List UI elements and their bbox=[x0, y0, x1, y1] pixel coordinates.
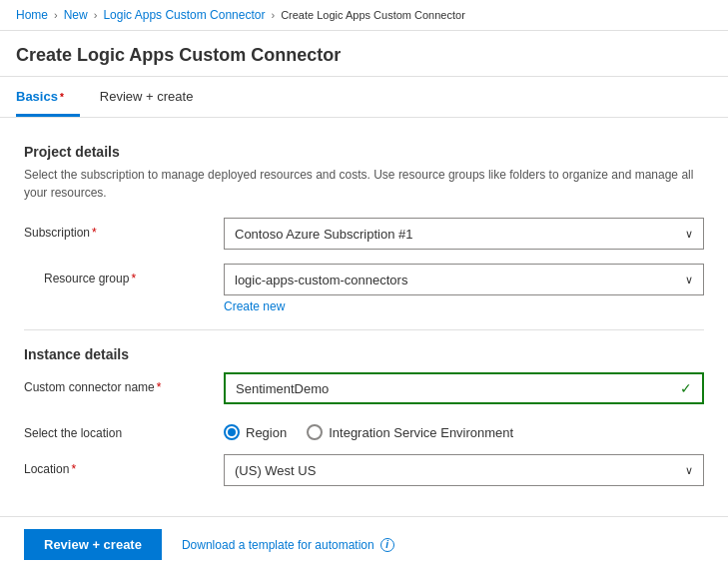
template-link[interactable]: Download a template for automation i bbox=[182, 538, 394, 552]
subscription-select[interactable]: Contoso Azure Subscription #1 ∨ bbox=[224, 218, 704, 250]
create-new-link[interactable]: Create new bbox=[224, 299, 285, 313]
project-details-title: Project details bbox=[24, 144, 704, 160]
location-row: Location* (US) West US ∨ bbox=[24, 454, 704, 486]
location-chevron-icon: ∨ bbox=[685, 464, 693, 477]
project-details-desc: Select the subscription to manage deploy… bbox=[24, 166, 704, 202]
tab-review-create[interactable]: Review + create bbox=[100, 77, 210, 117]
connector-name-label: Custom connector name* bbox=[24, 372, 224, 394]
location-select[interactable]: (US) West US ∨ bbox=[224, 454, 704, 486]
footer: Review + create Download a template for … bbox=[0, 516, 728, 564]
breadcrumb-connector[interactable]: Logic Apps Custom Connector bbox=[103, 8, 265, 22]
info-icon: i bbox=[380, 538, 394, 552]
breadcrumb-new[interactable]: New bbox=[64, 8, 88, 22]
subscription-chevron-icon: ∨ bbox=[685, 228, 693, 241]
connector-name-row: Custom connector name* SentimentDemo ✓ bbox=[24, 372, 704, 404]
radio-ise[interactable]: Integration Service Environment bbox=[307, 424, 513, 440]
review-create-button[interactable]: Review + create bbox=[24, 529, 162, 560]
location-type-control: Region Integration Service Environment bbox=[224, 418, 704, 440]
location-label: Location* bbox=[24, 454, 224, 476]
breadcrumb-home[interactable]: Home bbox=[16, 8, 48, 22]
radio-region[interactable]: Region bbox=[224, 424, 287, 440]
page-title: Create Logic Apps Custom Connector bbox=[0, 31, 728, 77]
connector-name-input[interactable]: SentimentDemo ✓ bbox=[224, 372, 704, 404]
breadcrumb: Home › New › Logic Apps Custom Connector… bbox=[0, 0, 728, 31]
main-content: Project details Select the subscription … bbox=[0, 118, 728, 516]
resource-group-select[interactable]: logic-apps-custom-connectors ∨ bbox=[224, 264, 704, 295]
resource-group-control: logic-apps-custom-connectors ∨ Create ne… bbox=[224, 264, 704, 313]
valid-check-icon: ✓ bbox=[680, 380, 692, 396]
location-type-row: Select the location Region Integration S… bbox=[24, 418, 704, 440]
location-type-label: Select the location bbox=[24, 418, 224, 440]
radio-ise-circle bbox=[307, 424, 323, 440]
resource-group-label: Resource group* bbox=[44, 264, 244, 285]
subscription-control: Contoso Azure Subscription #1 ∨ bbox=[224, 218, 704, 250]
breadcrumb-current: Create Logic Apps Custom Connector bbox=[281, 9, 465, 21]
radio-region-circle bbox=[224, 424, 240, 440]
location-type-radio-group: Region Integration Service Environment bbox=[224, 418, 704, 440]
location-control: (US) West US ∨ bbox=[224, 454, 704, 486]
tabs-container: Basics* Review + create bbox=[0, 77, 728, 118]
resource-group-chevron-icon: ∨ bbox=[685, 274, 693, 286]
instance-details-title: Instance details bbox=[24, 346, 704, 362]
subscription-label: Subscription* bbox=[24, 218, 224, 240]
subscription-row: Subscription* Contoso Azure Subscription… bbox=[24, 218, 704, 250]
resource-group-row: Resource group* logic-apps-custom-connec… bbox=[34, 264, 704, 313]
connector-name-control: SentimentDemo ✓ bbox=[224, 372, 704, 404]
tab-basics[interactable]: Basics* bbox=[16, 77, 80, 117]
section-divider bbox=[24, 329, 704, 330]
